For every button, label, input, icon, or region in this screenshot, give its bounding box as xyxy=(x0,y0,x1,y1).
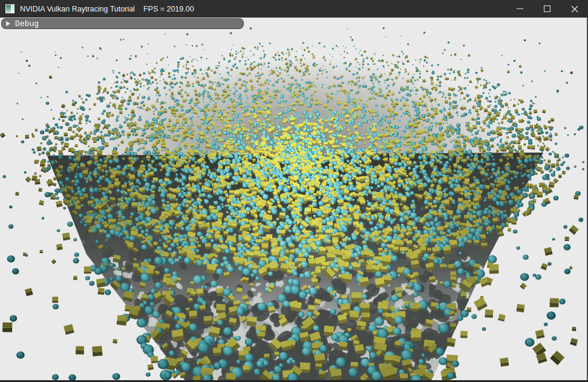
app-icon-left-pane xyxy=(6,5,11,13)
app-window-icon xyxy=(5,4,15,13)
app-icon-right-pane xyxy=(11,5,14,13)
app-window: NVIDIA Vulkan Raytracing Tutorial FPS = … xyxy=(0,0,588,382)
debug-collapsing-header[interactable]: Debug xyxy=(1,18,244,29)
maximize-icon xyxy=(544,5,550,12)
window-controls xyxy=(506,0,588,18)
render-viewport[interactable] xyxy=(0,18,588,382)
close-button[interactable] xyxy=(561,0,588,18)
minimize-button[interactable] xyxy=(506,0,534,18)
maximize-button[interactable] xyxy=(534,0,561,18)
close-icon xyxy=(571,5,578,13)
title-bar: NVIDIA Vulkan Raytracing Tutorial FPS = … xyxy=(0,0,588,18)
triangle-right-icon xyxy=(6,21,10,26)
debug-header-label: Debug xyxy=(15,19,39,28)
window-title: NVIDIA Vulkan Raytracing Tutorial xyxy=(20,5,135,13)
minimize-icon xyxy=(517,8,523,9)
fps-counter: FPS = 2019.00 xyxy=(143,5,194,13)
